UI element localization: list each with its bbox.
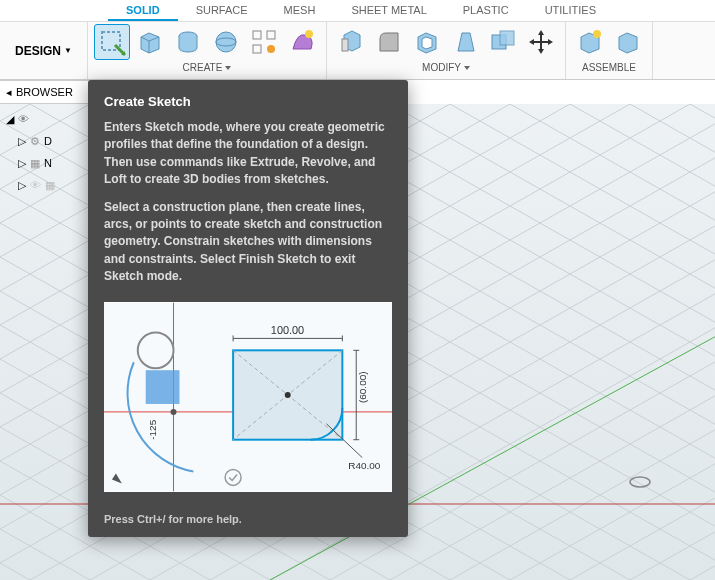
browser-panel-header[interactable]: ◂ BROWSER — [0, 80, 90, 104]
move-button[interactable] — [523, 24, 559, 60]
expand-icon[interactable]: ▷ — [18, 135, 26, 148]
svg-text:R40.00: R40.00 — [348, 460, 380, 471]
eye-off-icon[interactable]: 👁 — [30, 179, 41, 191]
svg-point-16 — [630, 477, 650, 487]
fillet-icon — [374, 27, 404, 57]
box-icon — [135, 27, 165, 57]
tooltip-title: Create Sketch — [104, 94, 392, 109]
tooltip-paragraph: Enters Sketch mode, where you create geo… — [104, 119, 392, 189]
tab-solid[interactable]: SOLID — [108, 0, 178, 21]
create-cylinder-button[interactable] — [170, 24, 206, 60]
tree-row[interactable]: ▷ ⚙ D — [4, 130, 86, 152]
folder-icon: ▦ — [30, 157, 40, 170]
shell-icon — [412, 27, 442, 57]
svg-text:-125: -125 — [147, 419, 158, 439]
svg-point-26 — [285, 392, 291, 398]
ribbon-toolbar: DESIGN ▼ CREATE — [0, 22, 715, 80]
svg-point-12 — [593, 30, 601, 38]
svg-text:100.00: 100.00 — [271, 324, 304, 336]
expand-icon[interactable]: ▷ — [18, 179, 26, 192]
move-icon — [526, 27, 556, 57]
tree-item-label: N — [44, 157, 52, 169]
folder-icon: ▦ — [45, 179, 55, 192]
tree-item-label: D — [44, 135, 52, 147]
svg-rect-4 — [253, 31, 261, 39]
svg-rect-11 — [500, 31, 514, 45]
workspace-switcher[interactable]: DESIGN ▼ — [0, 22, 88, 79]
svg-rect-9 — [342, 39, 348, 51]
group-label-modify[interactable]: MODIFY — [422, 60, 470, 75]
svg-rect-6 — [253, 45, 261, 53]
svg-rect-5 — [267, 31, 275, 39]
create-sketch-button[interactable] — [94, 24, 130, 60]
component-icon — [575, 27, 605, 57]
tooltip-create-sketch: Create Sketch Enters Sketch mode, where … — [88, 80, 408, 537]
press-pull-icon — [336, 27, 366, 57]
draft-button[interactable] — [447, 24, 483, 60]
joint-icon — [613, 27, 643, 57]
svg-point-22 — [171, 408, 177, 414]
ribbon-group-assemble: ASSEMBLE — [566, 22, 653, 79]
combine-button[interactable] — [485, 24, 521, 60]
create-torus-button[interactable] — [246, 24, 282, 60]
group-label-create[interactable]: CREATE — [183, 60, 232, 75]
gear-icon: ⚙ — [30, 135, 40, 148]
shell-button[interactable] — [409, 24, 445, 60]
tab-surface[interactable]: SURFACE — [178, 0, 266, 21]
form-icon — [287, 27, 317, 57]
workspace-label: DESIGN — [15, 44, 61, 58]
sphere-icon — [211, 27, 241, 57]
joint-button[interactable] — [610, 24, 646, 60]
create-sphere-button[interactable] — [208, 24, 244, 60]
chevron-down-icon: ◢ — [6, 113, 14, 126]
tab-sheet-metal[interactable]: SHEET METAL — [333, 0, 444, 21]
svg-text:(60.00): (60.00) — [357, 371, 368, 402]
chevron-down-icon: ▼ — [64, 46, 72, 55]
fillet-button[interactable] — [371, 24, 407, 60]
eye-icon[interactable]: 👁 — [18, 113, 29, 125]
tree-row[interactable]: ▷ 👁 ▦ — [4, 174, 86, 196]
create-box-button[interactable] — [132, 24, 168, 60]
ribbon-tabs: SOLID SURFACE MESH SHEET METAL PLASTIC U… — [0, 0, 715, 22]
svg-point-8 — [305, 30, 313, 38]
expand-icon[interactable]: ▷ — [18, 157, 26, 170]
tab-mesh[interactable]: MESH — [266, 0, 334, 21]
browser-label: BROWSER — [16, 86, 73, 98]
svg-point-7 — [267, 45, 275, 53]
ribbon-group-modify: MODIFY — [327, 22, 566, 79]
new-component-button[interactable] — [572, 24, 608, 60]
cylinder-icon — [173, 27, 203, 57]
svg-rect-20 — [146, 370, 180, 404]
group-label-assemble: ASSEMBLE — [582, 60, 636, 75]
tab-plastic[interactable]: PLASTIC — [445, 0, 527, 21]
tree-row-root[interactable]: ◢ 👁 — [4, 108, 86, 130]
chevron-down-icon — [225, 66, 231, 70]
tab-utilities[interactable]: UTILITIES — [527, 0, 614, 21]
tree-row[interactable]: ▷ ▦ N — [4, 152, 86, 174]
browser-tree: ◢ 👁 ▷ ⚙ D ▷ ▦ N ▷ 👁 ▦ — [0, 104, 90, 200]
pattern-icon — [249, 27, 279, 57]
create-coil-button[interactable] — [284, 24, 320, 60]
tooltip-footer: Press Ctrl+/ for more help. — [104, 513, 392, 525]
svg-point-2 — [216, 32, 236, 52]
ribbon-group-create: CREATE — [88, 22, 327, 79]
tooltip-preview-image: 100.00 (60.00) R40.00 -125 — [104, 302, 392, 492]
chevron-down-icon — [464, 66, 470, 70]
draft-icon — [450, 27, 480, 57]
combine-icon — [488, 27, 518, 57]
tooltip-paragraph: Select a construction plane, then create… — [104, 199, 392, 286]
chevron-left-icon: ◂ — [6, 86, 12, 99]
sketch-icon — [97, 27, 127, 57]
press-pull-button[interactable] — [333, 24, 369, 60]
